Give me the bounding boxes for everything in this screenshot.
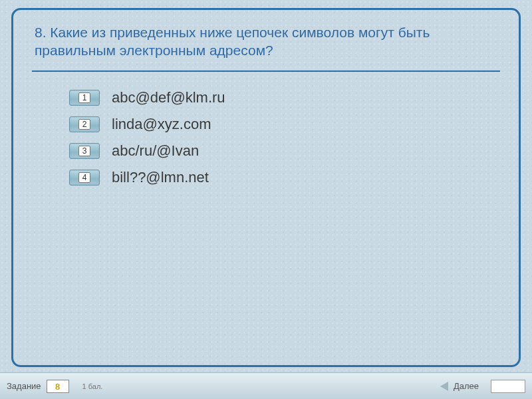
option-text: abc@def@klm.ru [112, 89, 225, 106]
task-number-box: 8 [47, 380, 69, 393]
option-number: 4 [78, 172, 91, 183]
footer-bar: Задание 8 1 бал. Далее [0, 372, 532, 399]
option-row: 4 bill??@lmn.net [69, 169, 500, 186]
option-number: 1 [78, 92, 91, 103]
question-text: 8. Какие из приведенных ниже цепочек сим… [35, 23, 495, 60]
points-label: 1 бал. [82, 382, 103, 390]
option-text: bill??@lmn.net [112, 169, 209, 186]
option-number: 2 [78, 119, 91, 130]
option-button-4[interactable]: 4 [69, 170, 100, 186]
option-row: 1 abc@def@klm.ru [69, 89, 500, 106]
next-button[interactable]: Далее [440, 380, 525, 393]
task-label: Задание [7, 381, 41, 391]
option-number: 3 [78, 146, 91, 156]
arrow-left-icon [440, 382, 448, 391]
option-text: linda@xyz.com [112, 116, 211, 133]
question-frame: 8. Какие из приведенных ниже цепочек сим… [11, 8, 521, 367]
option-button-3[interactable]: 3 [69, 143, 100, 159]
option-row: 2 linda@xyz.com [69, 116, 500, 133]
option-button-2[interactable]: 2 [69, 116, 100, 132]
option-text: abc/ru/@Ivan [112, 142, 199, 160]
option-button-1[interactable]: 1 [69, 90, 100, 106]
options-list: 1 abc@def@klm.ru 2 linda@xyz.com 3 abc/r… [69, 89, 500, 186]
answer-box [491, 380, 525, 393]
next-label: Далее [454, 381, 479, 391]
option-row: 3 abc/ru/@Ivan [69, 142, 500, 160]
divider [32, 70, 500, 72]
